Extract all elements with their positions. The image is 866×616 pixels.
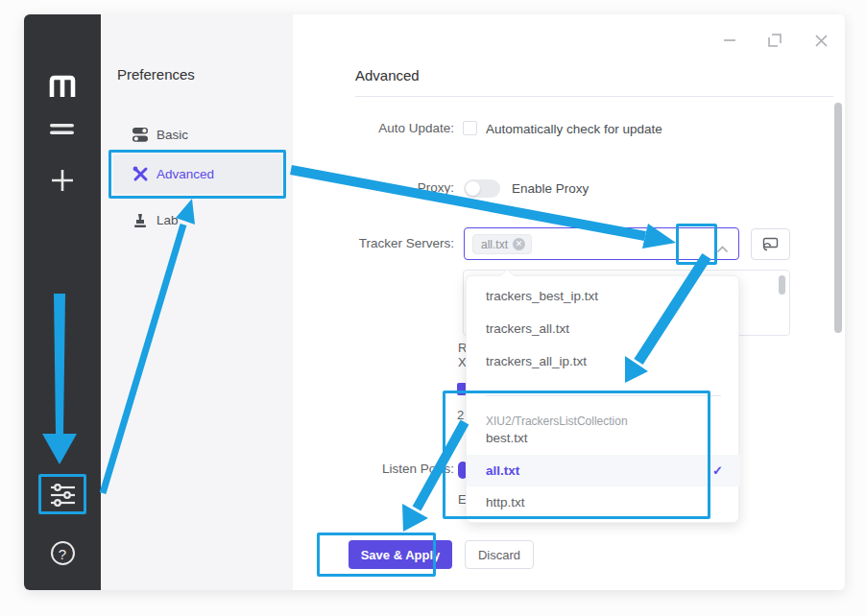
dropdown-divider (486, 395, 721, 396)
tag-label: all.txt (481, 238, 508, 251)
page-title: Advanced (355, 67, 420, 83)
preferences-nav: Preferences Basic Advanced Lab (101, 14, 293, 590)
listen-ports-label: Listen Ports: (317, 462, 454, 476)
auto-update-label: Auto Update: (317, 121, 454, 135)
occluded-text-fragment: 2 (457, 408, 466, 422)
add-task-icon[interactable] (24, 166, 101, 195)
dropdown-item-selected[interactable]: all.txt ✓ (467, 455, 740, 486)
minimize-button[interactable] (717, 28, 742, 53)
discard-button[interactable]: Discard (465, 540, 534, 569)
toggle-knob (466, 181, 480, 196)
tracker-select[interactable]: all.txt ✕ (464, 227, 739, 260)
tracker-dropdown: trackers_best_ip.txt trackers_all.txt tr… (466, 275, 739, 523)
toggles-icon (132, 127, 149, 144)
nav-item-lab[interactable]: Lab (113, 201, 282, 240)
textarea-scrollbar[interactable] (779, 275, 785, 295)
nav-item-advanced[interactable]: Advanced (113, 154, 282, 194)
stamp-icon (132, 212, 149, 229)
tag-close-icon[interactable]: ✕ (513, 238, 525, 250)
task-list-icon[interactable] (24, 118, 101, 141)
close-button[interactable] (808, 28, 833, 53)
proxy-option: Enable Proxy (512, 181, 589, 196)
proxy-toggle[interactable] (464, 179, 500, 198)
app-window: ? Preferences Basic Advanced Lab (24, 14, 845, 590)
selected-tag[interactable]: all.txt ✕ (472, 234, 532, 254)
chevron-up-icon[interactable] (716, 240, 729, 257)
app-sidebar: ? (24, 14, 101, 590)
save-apply-button[interactable]: Save & Apply (349, 540, 452, 569)
preferences-title: Preferences (117, 66, 195, 83)
question-mark: ? (51, 541, 75, 565)
preferences-sliders-icon[interactable] (24, 481, 101, 509)
tools-icon (132, 166, 149, 183)
check-icon: ✓ (712, 455, 723, 486)
dropdown-item-label: all.txt (486, 463, 519, 478)
help-icon[interactable]: ? (24, 538, 101, 567)
tracker-servers-label: Tracker Servers: (317, 236, 454, 250)
auto-update-checkbox[interactable] (463, 121, 477, 135)
dropdown-item[interactable]: best.txt (467, 422, 740, 454)
advanced-panel: Advanced Auto Update: Automatically chec… (293, 14, 845, 590)
dropdown-item[interactable]: trackers_best_ip.txt (467, 280, 740, 312)
nav-item-label: Advanced (156, 167, 214, 181)
proxy-label: Proxy: (317, 180, 454, 195)
sync-icon (762, 237, 779, 251)
nav-item-basic[interactable]: Basic (113, 115, 282, 154)
dropdown-item[interactable]: http.txt (467, 486, 740, 518)
nav-item-label: Lab (156, 213, 179, 227)
nav-item-label: Basic (156, 128, 188, 142)
dropdown-item[interactable]: trackers_all.txt (467, 313, 740, 344)
dropdown-item[interactable]: trackers_all_ip.txt (467, 345, 740, 377)
maximize-button[interactable] (762, 28, 787, 53)
window-scrollbar[interactable] (834, 103, 842, 333)
auto-update-option[interactable]: Automatically check for update (486, 122, 662, 136)
divider (355, 96, 833, 97)
motrix-logo-icon (24, 70, 101, 103)
sync-trackers-button[interactable] (751, 228, 790, 260)
